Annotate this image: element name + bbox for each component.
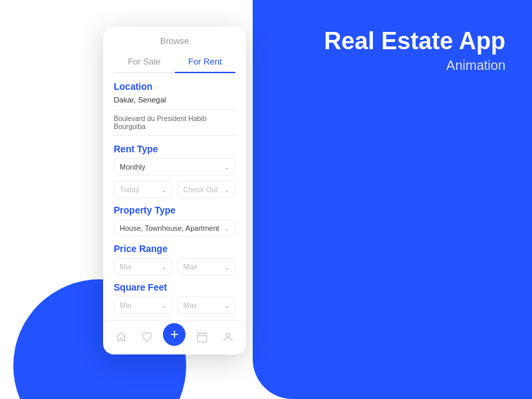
profile-nav-button[interactable] — [219, 328, 237, 346]
price-max-arrow-icon: ⌄ — [224, 263, 229, 271]
sqft-max-label: Max — [184, 301, 198, 309]
property-type-section: Property Type House, Townhouse, Apartmen… — [114, 205, 235, 237]
bottom-nav: + — [103, 321, 246, 354]
home-nav-button[interactable] — [112, 328, 130, 346]
favorites-nav-button[interactable] — [138, 328, 156, 346]
property-type-dropdown[interactable]: House, Townhouse, Apartment ⌄ — [114, 219, 235, 237]
price-range-title: Price Range — [114, 243, 235, 254]
checkout-dropdown[interactable]: Check Out ⌄ — [178, 181, 236, 198]
sqft-min-dropdown[interactable]: Min ⌄ — [114, 297, 172, 314]
right-panel: Real Estate App Animation — [324, 27, 505, 73]
sqft-min-label: Min — [120, 301, 132, 309]
svg-rect-0 — [198, 333, 207, 342]
browse-header: Browse — [103, 27, 246, 46]
square-feet-title: Square Feet — [114, 282, 235, 293]
calendar-nav-button[interactable] — [193, 328, 211, 346]
checkin-checkout-row: Today ⌄ Check Out ⌄ — [114, 181, 235, 198]
calendar-icon — [196, 331, 208, 343]
price-max-dropdown[interactable]: Max ⌄ — [178, 258, 236, 275]
add-nav-button[interactable]: + — [163, 323, 186, 346]
home-icon — [115, 331, 127, 343]
location-section: Location Dakar, Senegal Boulevard du Pre… — [114, 81, 235, 136]
rent-type-title: Rent Type — [114, 144, 235, 154]
checkin-dropdown[interactable]: Today ⌄ — [114, 181, 172, 198]
checkin-label: Today — [120, 186, 139, 194]
heart-icon — [141, 331, 153, 343]
price-min-dropdown[interactable]: Min ⌄ — [114, 258, 172, 275]
rent-type-dropdown[interactable]: Monthly ⌄ — [114, 158, 235, 176]
tab-for-rent[interactable]: For Rent — [175, 51, 236, 72]
tab-for-sale[interactable]: For Sale — [114, 51, 175, 72]
price-range-section: Price Range Min ⌄ Max ⌄ — [114, 243, 235, 275]
location-title: Location — [114, 81, 235, 92]
checkout-label: Check Out — [184, 186, 218, 194]
price-min-arrow-icon: ⌄ — [161, 263, 166, 271]
phone-content: Location Dakar, Senegal Boulevard du Pre… — [103, 73, 246, 314]
rent-type-label: Monthly — [120, 163, 146, 171]
phone-card: Browse For Sale For Rent Location Dakar,… — [103, 27, 246, 354]
svg-point-4 — [226, 333, 230, 337]
checkin-arrow-icon: ⌄ — [161, 186, 166, 194]
checkout-arrow-icon: ⌄ — [224, 186, 229, 194]
location-street: Boulevard du President Habib Bourguiba — [114, 109, 235, 136]
sqft-max-arrow-icon: ⌄ — [224, 302, 229, 309]
property-type-label: House, Townhouse, Apartment — [120, 224, 219, 232]
profile-icon — [222, 331, 234, 343]
property-type-title: Property Type — [114, 205, 235, 215]
sqft-min-arrow-icon: ⌄ — [161, 302, 166, 309]
plus-icon: + — [170, 327, 179, 342]
property-type-arrow-icon: ⌄ — [224, 225, 229, 232]
app-subtitle: Animation — [324, 58, 505, 73]
price-range-row: Min ⌄ Max ⌄ — [114, 258, 235, 275]
tabs-container: For Sale For Rent — [114, 51, 235, 73]
app-title: Real Estate App — [324, 27, 505, 55]
rent-type-arrow-icon: ⌄ — [224, 164, 229, 171]
sqft-row: Min ⌄ Max ⌄ — [114, 297, 235, 314]
square-feet-section: Square Feet Min ⌄ Max ⌄ — [114, 282, 235, 314]
price-max-label: Max — [184, 263, 198, 271]
location-city: Dakar, Senegal — [114, 96, 235, 104]
sqft-max-dropdown[interactable]: Max ⌄ — [178, 297, 236, 314]
rent-type-section: Rent Type Monthly ⌄ Today ⌄ Check Out ⌄ — [114, 144, 235, 198]
price-min-label: Min — [120, 263, 132, 271]
